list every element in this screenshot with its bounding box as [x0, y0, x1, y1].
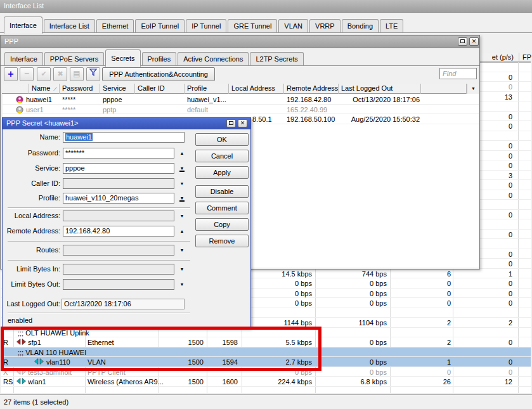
column-header-blank[interactable] [421, 84, 467, 94]
column-header-profile[interactable]: Profile [185, 84, 229, 94]
dropdown-spin-icon[interactable]: ▼ [178, 193, 186, 204]
comment-button[interactable]: ▤ [70, 67, 84, 81]
comment-button[interactable]: Comment [195, 202, 249, 214]
field-input-limit-bytes-in[interactable] [63, 264, 174, 275]
apply-button[interactable]: Apply [195, 166, 249, 179]
dropdown-spin-icon[interactable]: ▼ [178, 163, 186, 174]
field-input-remote-address[interactable]: 192.168.42.80 [63, 226, 174, 237]
user-icon [16, 96, 23, 105]
interface-name: vlan110 [46, 358, 70, 367]
interface-row[interactable]: Rvlan110VLAN150015942.7 kbps0 bps10 [1, 357, 531, 367]
ppp-tab-active-connections[interactable]: Active Connections [178, 52, 249, 66]
interface-list-titlebar[interactable]: Interface List [0, 0, 532, 13]
column-header-service[interactable]: Service [100, 84, 135, 94]
tab-interface[interactable]: Interface [4, 16, 42, 34]
dropdown-arrow-icon[interactable]: ▼ [178, 245, 186, 256]
column-header-last-logged-out[interactable]: Last Logged Out [339, 84, 421, 94]
field-input-profile[interactable]: huawei_v110_20megas [63, 193, 174, 204]
ppp-aaa-button[interactable]: PPP Authentication&Accounting [102, 67, 215, 81]
interface-arrows-icon [16, 378, 26, 386]
sort-ascending-icon: ⟋ [53, 86, 57, 92]
maximize-button[interactable] [458, 37, 467, 46]
column-header-fp-tx[interactable]: FP T [520, 53, 532, 62]
dialog-close-button[interactable]: ✕ [238, 119, 247, 127]
interface-list-tabstrip: InterfaceInterface ListEthernetEoIP Tunn… [4, 16, 405, 33]
user-icon [16, 106, 23, 115]
column-chooser-dropdown[interactable]: ▼ [467, 84, 479, 94]
field-input-password[interactable]: ******* [63, 148, 174, 159]
up-arrow-icon[interactable]: ▲ [178, 226, 186, 237]
interface-row[interactable]: Xtest3-adminoltPPTP Client0 bps0 bps00 [1, 367, 531, 377]
field-input-name[interactable]: huawei1 [63, 132, 185, 143]
column-header-name[interactable]: Name⟋ [29, 84, 60, 94]
field-input-last-logged-out[interactable]: Oct/13/2020 18:17:06 [62, 299, 185, 309]
remove-button[interactable]: − [20, 67, 34, 81]
column-header-local-address[interactable]: Local Address [229, 84, 284, 94]
dropdown-arrow-icon[interactable]: ▼ [178, 211, 186, 221]
dialog-maximize-button[interactable] [226, 119, 236, 127]
tab-vlan[interactable]: VLAN [278, 19, 308, 33]
comment-row[interactable]: ;;; OLT HUAWEI Uplink [1, 328, 531, 338]
secret-service: pppoe [103, 95, 122, 104]
column-header-caller-id[interactable]: Caller ID [135, 84, 185, 94]
field-input-routes[interactable] [63, 245, 174, 256]
cancel-button[interactable]: Cancel [195, 150, 249, 162]
column-header-blank[interactable] [3, 84, 29, 94]
maximize-icon [229, 121, 233, 125]
column-header-password[interactable]: Password [60, 84, 100, 94]
disable-button[interactable]: ✖ [53, 67, 67, 81]
ppp-tab-pppoe-servers[interactable]: PPPoE Servers [44, 52, 104, 66]
ppp-tab-profiles[interactable]: Profiles [142, 52, 177, 66]
interface-row[interactable]: Rsfp1Ethernet150015985.5 kbps0 bps20 [1, 337, 531, 347]
tab-bonding[interactable]: Bonding [342, 19, 379, 33]
field-label-name: Name: [4, 132, 60, 143]
dropdown-arrow-icon[interactable]: ▼ [178, 178, 186, 189]
dialog-titlebar[interactable]: PPP Secret <huawei1> ✕ [3, 118, 250, 129]
rx-rate-value: 744 bps [323, 269, 387, 278]
tabstrip-divider [0, 32, 532, 33]
field-input-limit-bytes-out[interactable] [63, 279, 174, 290]
ppp-tab-interface[interactable]: Interface [4, 52, 43, 66]
interface-row[interactable]: RSwlan1Wireless (Atheros AR9...150016002… [1, 377, 531, 387]
ppp-tab-secrets[interactable]: Secrets [105, 49, 140, 67]
enable-button[interactable]: ✔ [37, 67, 51, 81]
dropdown-arrow-icon[interactable]: ▼ [178, 279, 186, 290]
comment-row[interactable]: ;;; VLAN 110 HUAWEI [1, 347, 531, 358]
ppp-titlebar[interactable]: PPP ✕ [1, 36, 479, 48]
find-input[interactable] [439, 68, 477, 79]
ppp-secret-row[interactable]: huawei1*****pppoehuawei_v1...192.168.42.… [3, 94, 479, 105]
field-input-caller-id[interactable] [63, 178, 174, 189]
remove-button[interactable]: Remove [195, 235, 249, 247]
filter-button[interactable] [86, 67, 100, 81]
add-button[interactable]: + [4, 67, 18, 81]
tab-ethernet[interactable]: Ethernet [96, 19, 134, 33]
column-header-remote-address[interactable]: Remote Address [284, 84, 339, 94]
tx-rate-value: 0 bps [249, 299, 312, 308]
up-arrow-icon[interactable]: ▲ [178, 148, 186, 159]
tab-gre-tunnel[interactable]: GRE Tunnel [228, 19, 277, 33]
l2mtu-value: 1598 [174, 338, 238, 347]
dropdown-arrow-icon[interactable]: ▼ [178, 264, 186, 275]
ppp-secret-row[interactable]: user1*****pptpdefault165.22.40.99 [3, 105, 479, 115]
field-input-service[interactable]: pppoe [63, 163, 174, 174]
tab-lte[interactable]: LTE [380, 19, 403, 33]
disable-button[interactable]: Disable [195, 185, 249, 198]
secret-last-logged-out: Oct/13/2020 18:17:06 [353, 95, 420, 104]
chevron-down-icon: ▼ [471, 86, 476, 91]
tab-eoip-tunnel[interactable]: EoIP Tunnel [135, 19, 185, 33]
tab-interface-list[interactable]: Interface List [44, 19, 95, 33]
ok-button[interactable]: OK [195, 133, 249, 146]
rx-rate-value: 0 bps [323, 368, 387, 377]
tab-ip-tunnel[interactable]: IP Tunnel [186, 19, 226, 33]
comment-text: ;;; VLAN 110 HUAWEI [18, 348, 86, 357]
interface-arrows-icon [16, 339, 26, 346]
ppp-tab-l2tp-secrets[interactable]: L2TP Secrets [250, 52, 303, 66]
rx-packet-value: 0 [449, 299, 512, 308]
close-icon: ✕ [240, 120, 245, 126]
copy-button[interactable]: Copy [195, 218, 249, 231]
tab-vrrp[interactable]: VRRP [309, 19, 341, 33]
close-button[interactable]: ✕ [469, 37, 479, 46]
field-input-local-address[interactable] [63, 211, 174, 221]
tx-packet-value: 2 [387, 318, 451, 327]
tx-rate-value: 224.4 kbps [249, 377, 312, 386]
